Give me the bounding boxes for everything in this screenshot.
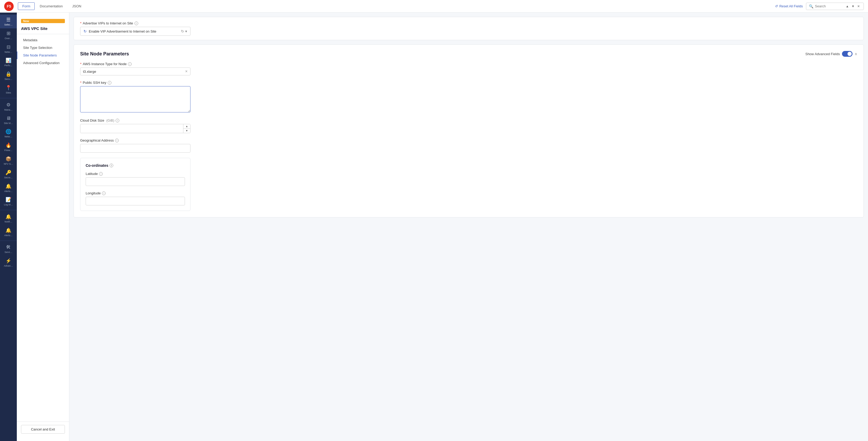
- show-advanced-toggle[interactable]: [842, 51, 852, 57]
- advanced-icon: ⚡: [5, 258, 11, 264]
- new-badge: New: [21, 19, 65, 23]
- cloud-disk-spinner: ▲ ▼: [80, 124, 190, 133]
- top-bar-right: ↺ Reset All Fields 🔍 ▲ ▼ ✕: [775, 3, 864, 10]
- longitude-input[interactable]: [86, 197, 185, 206]
- public-ssh-label-text: Public SSH key: [83, 81, 106, 85]
- advertise-vips-select[interactable]: ↻ Enable VIP Advertisement to Internet o…: [80, 27, 190, 36]
- sidebar-item-nfv[interactable]: 📦 NFV S…: [0, 154, 17, 167]
- public-ssh-textarea[interactable]: [80, 86, 190, 113]
- reset-all-fields-button[interactable]: ↺ Reset All Fields: [775, 4, 803, 8]
- sidebar-item-label-performance: Perfo…: [4, 64, 12, 67]
- nav-link-site-type-label: Site Type Selection: [23, 46, 52, 50]
- sidebar-item-performance[interactable]: 📊 Perfo…: [0, 56, 17, 69]
- geo-address-field: Geographical Address i: [80, 138, 857, 153]
- secrets-icon: 🔑: [5, 170, 11, 176]
- spinner-down-button[interactable]: ▼: [183, 129, 190, 133]
- sidebar-item-advanced[interactable]: ⚡ Advan…: [0, 256, 17, 270]
- cloud-disk-input[interactable]: [81, 125, 183, 133]
- nav-link-site-type-selection[interactable]: Site Type Selection: [17, 44, 69, 52]
- tab-json[interactable]: JSON: [68, 2, 86, 10]
- coordinates-title: Co-ordinates i: [86, 163, 185, 167]
- sidebar-item-secrets[interactable]: 🔑 Secre…: [0, 167, 17, 181]
- aws-instance-label-text: AWS Instance Type for Node: [83, 62, 127, 66]
- alerts-icon: 🔔: [5, 183, 11, 189]
- nav-panel: New AWS VPC Site Metadata Site Type Sele…: [17, 12, 69, 441]
- ssh-required-asterisk: *: [80, 81, 82, 85]
- sidebar-item-label-network2: Netw…: [4, 135, 12, 138]
- coordinates-info-icon[interactable]: i: [110, 164, 113, 167]
- reset-icon: ↺: [775, 4, 778, 8]
- security-icon: 🔒: [5, 71, 11, 77]
- sidebar-item-alertsub[interactable]: 🔔 Alerts…: [0, 225, 17, 239]
- public-ssh-label: * Public SSH key i: [80, 81, 857, 85]
- sidebar-item-manage[interactable]: ⚙ Mana…: [0, 100, 17, 114]
- sidebar-item-network[interactable]: ⊟ Netw…: [0, 42, 17, 56]
- sidebar-item-label-security: Secu…: [4, 78, 12, 81]
- sidebar-item-label-network: Netw…: [4, 51, 12, 54]
- aws-instance-input[interactable]: [83, 70, 185, 73]
- sidebar-item-label-logm: Log M…: [4, 203, 13, 206]
- section-header: Site Node Parameters Show Advanced Field…: [80, 51, 857, 57]
- aws-instance-input-container: ×: [80, 67, 190, 75]
- geo-address-label-text: Geographical Address: [80, 138, 114, 143]
- cloud-disk-unit: (GiB): [106, 119, 114, 122]
- search-input[interactable]: [815, 4, 843, 8]
- sidebar-item-label-nfv: NFV S…: [4, 163, 13, 165]
- main-content: * Advertise VIPs to Internet on Site i ↻…: [69, 12, 868, 441]
- sidebar-item-sitemanager[interactable]: 🖥 Site M…: [0, 114, 17, 127]
- aws-instance-field: * AWS Instance Type for Node i ×: [80, 62, 857, 75]
- latitude-field: Latitude i: [86, 172, 185, 186]
- cloud-disk-info-icon[interactable]: i: [116, 119, 119, 122]
- aws-instance-info-icon[interactable]: i: [128, 62, 132, 66]
- select-dropdown-icon[interactable]: ▾: [185, 29, 187, 33]
- sidebar-item-select[interactable]: ☰ Selec…: [0, 15, 17, 28]
- longitude-info-icon[interactable]: i: [102, 191, 105, 195]
- geo-address-input[interactable]: [80, 144, 190, 153]
- search-box: 🔍 ▲ ▼ ✕: [806, 3, 864, 10]
- sidebar-item-network2[interactable]: 🌐 Netw…: [0, 127, 17, 140]
- latitude-info-icon[interactable]: i: [99, 172, 103, 176]
- aws-required-asterisk: *: [80, 62, 82, 66]
- sidebar-item-label-sites: Sites: [6, 91, 11, 94]
- sidebar-item-firewall[interactable]: 🔥 Firew…: [0, 140, 17, 154]
- advertise-vips-label: * Advertise VIPs to Internet on Site i: [80, 21, 857, 25]
- sidebar-item-alerts[interactable]: 🔔 Alerts…: [0, 181, 17, 195]
- sidebar-item-logm[interactable]: 📝 Log M…: [0, 195, 17, 208]
- public-ssh-field: * Public SSH key i: [80, 81, 857, 113]
- sidebar-item-sites[interactable]: 📍 Sites: [0, 83, 17, 96]
- tab-documentation[interactable]: Documentation: [35, 2, 67, 10]
- logm-icon: 📝: [5, 197, 11, 202]
- latitude-input[interactable]: [86, 177, 185, 186]
- top-bar: F5 Form Documentation JSON ↺ Reset All F…: [0, 0, 868, 12]
- geo-address-info-icon[interactable]: i: [115, 139, 119, 143]
- overview-icon: ⊞: [6, 30, 10, 36]
- search-up-button[interactable]: ▲: [845, 4, 850, 9]
- advertise-vips-value: Enable VIP Advertisement to Internet on …: [89, 29, 179, 33]
- nav-link-metadata[interactable]: Metadata: [17, 36, 69, 44]
- search-close-button[interactable]: ✕: [856, 4, 861, 9]
- aws-instance-clear-button[interactable]: ×: [185, 69, 188, 73]
- tab-form[interactable]: Form: [18, 2, 35, 10]
- sidebar-item-label-select: Selec…: [4, 23, 12, 26]
- public-ssh-info-icon[interactable]: i: [108, 81, 112, 85]
- firewall-icon: 🔥: [5, 143, 11, 148]
- sidebar-item-security[interactable]: 🔒 Secu…: [0, 69, 17, 83]
- collapse-icon[interactable]: ∧: [855, 52, 857, 56]
- search-down-button[interactable]: ▼: [850, 4, 856, 9]
- sidebar-item-services[interactable]: 🛠 Servi…: [0, 243, 17, 256]
- cancel-and-exit-button[interactable]: Cancel and Exit: [21, 425, 65, 434]
- spinner-up-button[interactable]: ▲: [183, 124, 190, 129]
- search-icon: 🔍: [809, 4, 813, 8]
- select-refresh-icon[interactable]: ↻: [181, 29, 184, 33]
- sidebar-item-label-secrets: Secre…: [4, 176, 13, 179]
- sidebar-item-overview[interactable]: ⊞ Over…: [0, 28, 17, 42]
- advertise-info-icon[interactable]: i: [134, 22, 138, 25]
- sidebar-item-notifications[interactable]: 🔔 Notifi…: [0, 212, 17, 225]
- nav-link-advanced-configuration[interactable]: Advanced Configuration: [17, 59, 69, 67]
- nav-link-site-node-parameters[interactable]: Site Node Parameters: [17, 52, 69, 59]
- sidebar-item-label-sitemanager: Site M…: [4, 122, 13, 125]
- sites-icon: 📍: [5, 85, 11, 91]
- search-nav: ▲ ▼ ✕: [845, 4, 861, 9]
- nav-link-metadata-label: Metadata: [23, 38, 37, 42]
- sidebar-item-label-overview: Over…: [5, 37, 12, 40]
